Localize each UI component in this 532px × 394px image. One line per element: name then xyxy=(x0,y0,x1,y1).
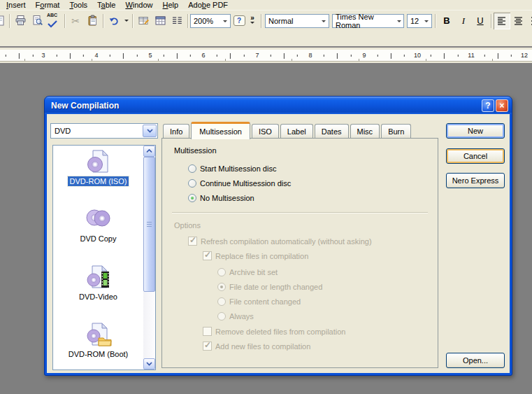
style-dropdown-arrow[interactable] xyxy=(319,15,329,27)
cancel-button[interactable]: Cancel xyxy=(446,148,505,164)
columns-button[interactable] xyxy=(168,13,185,29)
caret-down-icon xyxy=(223,20,227,24)
ruler-number: 3 xyxy=(41,52,45,59)
list-item-dvd-rom-iso[interactable]: DVD-ROM (ISO) xyxy=(53,149,143,186)
menu-label: ble xyxy=(106,1,116,9)
tab-multisession[interactable]: Multisession xyxy=(191,122,250,139)
tab-dates[interactable]: Dates xyxy=(315,124,349,139)
font-value: Times New Roman xyxy=(336,13,394,29)
radio-file-content-changed: File content changed xyxy=(217,296,301,307)
list-item-dvd-rom-boot[interactable]: DVD-ROM (Boot) xyxy=(53,322,143,359)
list-item-dvd-video[interactable]: DVD-Video xyxy=(53,265,143,302)
insert-table-button[interactable] xyxy=(152,13,168,29)
menu-help[interactable]: Help xyxy=(158,1,184,9)
tab-label[interactable]: Label xyxy=(280,124,313,139)
scrollbar-thumb[interactable] xyxy=(143,157,155,292)
style-value: Normal xyxy=(268,17,293,25)
ruler-tab-stops xyxy=(0,59,532,61)
compilation-type-list: DVD-ROM (ISO) DVD Copy xyxy=(52,145,156,370)
zoom-combobox[interactable]: 200% xyxy=(190,14,231,28)
font-dropdown-arrow[interactable] xyxy=(394,15,403,27)
tab-iso[interactable]: ISO xyxy=(252,124,279,139)
checkbox-label: Add new files to compilation xyxy=(215,342,310,351)
align-center-button[interactable] xyxy=(510,13,527,29)
ruler-number: 9 xyxy=(362,52,366,59)
radio-no-multisession[interactable]: No Multisession xyxy=(188,192,254,203)
dvd-rom-boot-icon xyxy=(85,322,113,347)
list-item-dvd-copy[interactable]: DVD Copy xyxy=(53,206,143,244)
zoom-value: 200% xyxy=(194,17,213,25)
chevron-up-icon xyxy=(146,149,152,153)
italic-label: I xyxy=(462,15,465,27)
radio-archive-bit-set: Archive bit set xyxy=(217,267,278,277)
zoom-dropdown-arrow[interactable] xyxy=(220,15,230,27)
media-type-combobox[interactable]: DVD xyxy=(50,123,158,139)
tables-and-borders-button[interactable] xyxy=(135,13,152,29)
menu-table[interactable]: Table xyxy=(92,1,120,9)
font-size-dropdown-arrow[interactable] xyxy=(422,15,431,27)
toolbar: ABC ✂ 200% ? xyxy=(0,10,532,31)
radio-start-multisession[interactable]: Start Multisession disc xyxy=(188,163,276,174)
new-compilation-dialog: New Compilation ? × DVD xyxy=(44,96,512,376)
scroll-up-button[interactable] xyxy=(143,146,155,157)
dialog-body: DVD DVD-ROM (ISO) xyxy=(47,114,510,373)
radio-label: Start Multisession disc xyxy=(200,164,276,173)
print-preview-button[interactable] xyxy=(29,13,45,29)
print-button[interactable] xyxy=(12,13,29,29)
menu-bar: Insert Format Tools Table Window Help Ad… xyxy=(0,0,532,10)
menu-label: ools xyxy=(73,1,87,9)
align-right-button[interactable] xyxy=(527,13,532,29)
align-left-button[interactable] xyxy=(494,13,510,29)
horizontal-ruler: 3 4 5 6 7 8 9 10 11 12 xyxy=(0,50,532,62)
nero-express-button[interactable]: Nero Express xyxy=(446,173,505,188)
bold-button[interactable]: B xyxy=(438,13,455,29)
dialog-help-button[interactable]: ? xyxy=(482,99,494,112)
tab-info[interactable]: Info xyxy=(163,124,189,139)
menu-tools[interactable]: Tools xyxy=(64,1,92,9)
spelling-grammar-button[interactable]: ABC xyxy=(45,13,62,29)
clipped-toolbar-button[interactable] xyxy=(0,13,7,29)
menu-adobe-pdf[interactable]: Adobe PDF xyxy=(183,1,233,9)
spellcheck-abc-text: ABC xyxy=(47,13,57,17)
dialog-close-button[interactable]: × xyxy=(496,99,508,112)
columns-icon xyxy=(171,15,183,27)
multisession-tab-panel: Multisession Start Multisession disc Con… xyxy=(161,138,438,368)
tab-misc[interactable]: Misc xyxy=(350,124,380,139)
menu-format[interactable]: Format xyxy=(31,1,65,9)
radio-label: File date or length changed xyxy=(229,283,322,291)
menu-window[interactable]: Window xyxy=(120,1,157,9)
undo-button[interactable] xyxy=(106,13,122,29)
font-size-combobox[interactable]: 12 xyxy=(407,14,432,28)
toolbar-options-button[interactable]: » xyxy=(247,13,257,29)
checkbox-replace-files: Replace files in compilation xyxy=(203,251,308,261)
menu-insert[interactable]: Insert xyxy=(1,1,31,9)
radio-circle xyxy=(188,179,196,188)
style-combobox[interactable]: Normal xyxy=(265,14,329,28)
chevron-right-icon: » xyxy=(250,16,254,20)
ruler-number: 4 xyxy=(94,52,98,59)
multisession-group-label: Multisession xyxy=(174,146,217,155)
undo-dropdown-arrow[interactable] xyxy=(122,13,130,29)
tab-burn[interactable]: Burn xyxy=(381,124,411,139)
spellcheck-icon: ABC xyxy=(47,14,61,28)
italic-button[interactable]: I xyxy=(455,13,472,29)
toolbar-separator xyxy=(64,14,65,28)
font-combobox[interactable]: Times New Roman xyxy=(332,14,404,28)
radio-label: Always xyxy=(229,312,254,321)
underline-button[interactable]: U xyxy=(472,13,489,29)
nero-express-button-label: Nero Express xyxy=(452,176,499,185)
menu-label: Ado xyxy=(188,1,202,9)
media-type-dropdown-button[interactable] xyxy=(143,125,157,137)
radio-continue-multisession[interactable]: Continue Multisession disc xyxy=(188,178,291,188)
checkbox-refresh-compilation: Refresh compilation automatically (witho… xyxy=(188,236,372,246)
new-button[interactable]: New xyxy=(446,123,505,139)
toolbar-separator xyxy=(187,14,188,28)
checkbox-box xyxy=(203,342,212,351)
list-item-label: DVD Copy xyxy=(78,234,119,244)
list-scrollbar[interactable] xyxy=(143,146,155,370)
open-button[interactable]: Open... xyxy=(446,353,505,368)
help-button[interactable]: ? xyxy=(231,13,247,29)
scroll-down-button[interactable] xyxy=(143,358,155,370)
paste-button[interactable] xyxy=(84,13,101,29)
caret-down-icon xyxy=(124,20,129,24)
